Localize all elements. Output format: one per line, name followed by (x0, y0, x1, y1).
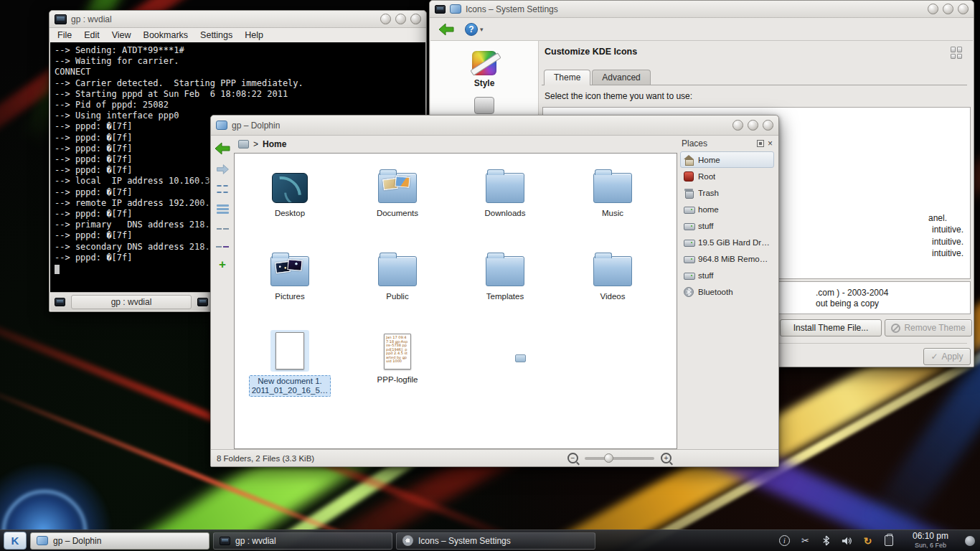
maximize-button[interactable] (395, 14, 406, 24)
terminal-line: --> Starting pppd at Sun Feb 6 18:08:22 … (55, 89, 421, 100)
icons-view-button[interactable] (217, 183, 229, 195)
dock-panel-icon[interactable] (757, 140, 764, 147)
minimize-button[interactable] (732, 120, 743, 131)
status-text: 8 Folders, 2 Files (3.3 KiB) (217, 454, 314, 463)
forward-button[interactable] (216, 164, 230, 175)
folder-item-downloads[interactable]: Downloads (451, 159, 559, 242)
task-label: gp – Dolphin (53, 536, 101, 546)
sidebar-item-style[interactable]: Style (430, 51, 538, 88)
terminal-tab[interactable]: gp : wvdial (71, 295, 192, 309)
klipper-actions-icon[interactable]: ✂ (799, 534, 811, 547)
dolphin-titlebar[interactable]: gp – Dolphin (211, 116, 778, 136)
apply-button[interactable]: ✓ Apply (923, 348, 971, 365)
folder-item-templates[interactable]: Templates (451, 242, 559, 326)
menu-item-settings[interactable]: Settings (200, 30, 232, 40)
folder-item-public[interactable]: Public (344, 242, 451, 326)
new-tab-icon[interactable] (55, 298, 65, 306)
details-view-button[interactable] (217, 203, 229, 215)
task-label: Icons – System Settings (418, 536, 511, 546)
clipboard-icon[interactable] (882, 534, 895, 547)
folder-item-pictures[interactable]: Pictures (236, 242, 344, 326)
close-button[interactable] (410, 14, 421, 24)
folder-item-desktop[interactable]: Desktop (236, 159, 344, 242)
text-file-icon: Jan 17 09:4 7:18 gp-Asp ire-5738 pp pd[1… (384, 334, 411, 369)
minimize-button[interactable] (928, 4, 938, 14)
minimize-button[interactable] (380, 14, 391, 24)
maximize-button[interactable] (943, 4, 953, 14)
remove-theme-button[interactable]: Remove Theme (885, 319, 972, 336)
menu-item-help[interactable]: Help (245, 30, 263, 40)
zoom-out-icon[interactable]: − (567, 453, 578, 463)
updates-icon[interactable]: ↻ (862, 534, 874, 547)
folder-item-music[interactable]: Music (559, 159, 666, 242)
menu-item-file[interactable]: File (57, 30, 72, 40)
places-item-home[interactable]: Home (680, 151, 774, 168)
places-item-hard-drive[interactable]: 19.5 GiB Hard Drive (680, 234, 774, 250)
places-item-root[interactable]: Root (680, 168, 774, 184)
item-label: Videos (600, 292, 626, 301)
item-label: Desktop (275, 209, 305, 218)
taskbar-task-wvdial[interactable]: gp : wvdial (213, 532, 392, 550)
install-theme-label: Install Theme File... (793, 323, 868, 333)
taskbar: K gp – Dolphin gp : wvdial Icons – Syste… (0, 529, 980, 551)
columns-view-button[interactable] (217, 223, 229, 234)
file-preview-text: Jan 17 09:4 7:18 gp-Asp ire-5738 pp pd[1… (386, 336, 409, 364)
item-label: Music (602, 209, 623, 218)
theme-details-fragment: .com ) - 2003-2004 (816, 288, 888, 298)
close-button[interactable] (958, 4, 969, 14)
zoom-slider-handle[interactable] (604, 453, 613, 463)
dolphin-file-view[interactable]: Desktop Documents Downloads Music (234, 153, 677, 449)
terminal-cursor (55, 265, 60, 274)
menu-item-view[interactable]: View (112, 30, 131, 40)
taskbar-task-system-settings[interactable]: Icons – System Settings (396, 532, 595, 550)
theme-details-fragment: out being a copy (816, 298, 879, 309)
places-item-bluetooth[interactable]: Bluetooth (680, 283, 774, 300)
places-item-removable-media[interactable]: 964.8 MiB Remov… (680, 250, 774, 267)
menu-item-bookmarks[interactable]: Bookmarks (143, 30, 189, 40)
desktop-folder-icon (272, 173, 308, 203)
close-button[interactable] (763, 120, 773, 131)
places-item-stuff-2[interactable]: stuff (680, 267, 774, 283)
add-button[interactable]: + (219, 260, 226, 270)
help-button[interactable]: ? ▾ (465, 23, 484, 36)
icons-category-icon (450, 4, 461, 14)
photo-thumbnail (395, 176, 410, 188)
notifications-icon[interactable]: i (778, 534, 791, 547)
back-button[interactable] (438, 22, 455, 37)
volume-icon[interactable] (841, 534, 853, 547)
document-icon (275, 332, 304, 369)
breadcrumb-location[interactable]: Home (263, 139, 286, 149)
split-view-button[interactable] (216, 242, 229, 252)
install-theme-button[interactable]: Install Theme File... (780, 319, 882, 336)
places-item-home-device[interactable]: home (680, 201, 774, 217)
folder-item-documents[interactable]: Documents (344, 159, 451, 242)
kde-menu-button[interactable]: K (4, 532, 27, 550)
places-item-stuff[interactable]: stuff (680, 217, 774, 234)
panel-cashew-icon[interactable] (965, 536, 975, 546)
places-icon[interactable] (238, 140, 249, 149)
tab-theme[interactable]: Theme (544, 70, 590, 85)
file-item-ppp-logfile[interactable]: Jan 17 09:4 7:18 gp-Asp ire-5738 pp pd[1… (344, 326, 451, 409)
overview-grid-icon[interactable] (951, 47, 963, 59)
folder-icon (378, 256, 417, 286)
taskbar-task-dolphin[interactable]: gp – Dolphin (30, 532, 209, 550)
tab-list-icon[interactable] (197, 298, 208, 306)
zoom-in-icon[interactable]: + (661, 453, 672, 463)
system-settings-titlebar[interactable]: Icons – System Settings (430, 1, 974, 18)
terminal-titlebar[interactable]: gp : wvdial (50, 11, 426, 28)
zoom-slider[interactable] (585, 457, 654, 460)
folder-item-videos[interactable]: Videos (559, 242, 666, 326)
tab-advanced[interactable]: Advanced (592, 70, 650, 85)
file-grid: Desktop Documents Downloads Music (235, 154, 677, 448)
sidebar-item-partial-icon[interactable] (474, 97, 494, 114)
bluetooth-tray-icon[interactable] (820, 534, 832, 547)
close-icon[interactable]: × (768, 140, 773, 147)
places-item-trash[interactable]: Trash (680, 184, 774, 201)
clock[interactable]: 06:10 pm Sun, 6 Feb (903, 532, 958, 550)
terminal-title: gp : wvdial (71, 14, 112, 24)
file-item-new-document[interactable]: New document 1. 2011_01_20_16_5… (236, 326, 344, 409)
menu-item-edit[interactable]: Edit (84, 30, 100, 40)
back-button[interactable] (214, 141, 231, 156)
maximize-button[interactable] (748, 120, 758, 131)
photo-thumbnail (287, 259, 302, 271)
